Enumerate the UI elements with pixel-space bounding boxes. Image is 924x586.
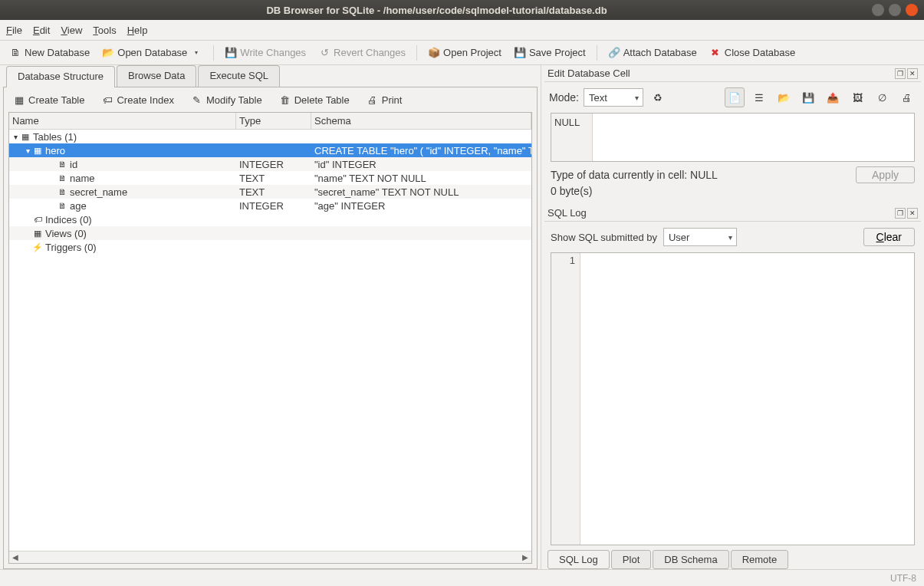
- close-icon: ✖: [709, 47, 722, 59]
- node-schema: "age" INTEGER: [311, 200, 531, 212]
- create-table-button[interactable]: ▦ Create Table: [8, 91, 89, 108]
- close-database-button[interactable]: ✖ Close Database: [705, 44, 801, 61]
- menu-view[interactable]: View: [61, 25, 82, 36]
- export-icon[interactable]: 📤: [823, 87, 843, 107]
- cell-size-status: 0 byte(s): [551, 185, 915, 197]
- clear-log-button[interactable]: Clear: [863, 228, 915, 246]
- column-icon: 🗎: [56, 187, 68, 196]
- column-name-header[interactable]: Name: [9, 113, 236, 129]
- close-window-icon[interactable]: [906, 4, 918, 16]
- node-label: Indices (0): [45, 214, 92, 226]
- delete-icon: 🗑: [279, 94, 291, 106]
- mode-combo[interactable]: Text: [584, 88, 643, 107]
- node-schema: "secret_name" TEXT NOT NULL: [311, 186, 531, 198]
- sql-log-body[interactable]: 1: [551, 252, 915, 545]
- image-icon[interactable]: 🖼: [847, 87, 867, 107]
- tree-header: Name Type Schema: [9, 113, 531, 130]
- null-icon[interactable]: ∅: [872, 87, 892, 107]
- cell-text-area[interactable]: [593, 114, 914, 161]
- new-database-icon: 🗎: [9, 47, 21, 59]
- trigger-icon: ⚡: [31, 242, 44, 252]
- node-label: Triggers (0): [45, 242, 97, 253]
- expand-icon[interactable]: ▾: [24, 146, 31, 155]
- apply-button[interactable]: Apply: [856, 166, 915, 183]
- print-button[interactable]: 🖨 Print: [362, 91, 407, 108]
- node-label: Views (0): [45, 228, 87, 239]
- log-content[interactable]: [580, 253, 914, 545]
- open-database-icon: 📂: [102, 47, 114, 59]
- column-type-header[interactable]: Type: [236, 113, 311, 129]
- index-icon: 🏷: [101, 94, 113, 106]
- cell-editor[interactable]: NULL: [551, 113, 915, 162]
- list-format-icon[interactable]: ☰: [749, 87, 769, 107]
- menu-edit[interactable]: Edit: [33, 25, 50, 36]
- edit-cell-toolbar: Mode: Text ♻ 📄 ☰ 📂 💾 📤 🖼 ∅ 🖨: [544, 82, 921, 113]
- window-title: DB Browser for SQLite - /home/user/code/…: [6, 5, 867, 16]
- tree-column-name[interactable]: 🗎nameTEXT"name" TEXT NOT NULL: [9, 171, 531, 185]
- modify-table-button[interactable]: ✎ Modify Table: [186, 91, 267, 108]
- tab-execute-sql[interactable]: Execute SQL: [198, 65, 280, 87]
- horizontal-scrollbar[interactable]: ◀ ▶: [9, 551, 531, 563]
- window-titlebar: DB Browser for SQLite - /home/user/code/…: [0, 0, 924, 20]
- tab-plot[interactable]: Plot: [611, 550, 651, 569]
- modify-icon: ✎: [191, 94, 203, 106]
- save-file-icon[interactable]: 💾: [798, 87, 818, 107]
- tab-db-schema[interactable]: DB Schema: [653, 550, 728, 569]
- tab-remote[interactable]: Remote: [731, 550, 789, 569]
- delete-table-button[interactable]: 🗑 Delete Table: [275, 91, 354, 108]
- new-database-button[interactable]: 🗎 New Database: [5, 44, 94, 61]
- menu-file[interactable]: File: [6, 25, 22, 36]
- tree-column-secret_name[interactable]: 🗎secret_nameTEXT"secret_name" TEXT NOT N…: [9, 185, 531, 199]
- structure-toolbar: ▦ Create Table 🏷 Create Index ✎ Modify T…: [4, 87, 537, 112]
- log-gutter: 1: [551, 253, 580, 545]
- table-icon: ▦: [31, 146, 44, 156]
- text-format-icon[interactable]: 📄: [725, 87, 745, 107]
- node-label: secret_name: [70, 186, 127, 198]
- close-panel-icon[interactable]: ✕: [907, 208, 918, 219]
- refresh-cell-icon[interactable]: ♻: [648, 87, 668, 107]
- menubar: File Edit View Tools Help: [0, 20, 924, 41]
- statusbar: UTF-8: [0, 569, 924, 586]
- menu-help[interactable]: Help: [127, 25, 148, 36]
- print-cell-icon[interactable]: 🖨: [896, 87, 916, 107]
- tab-browse-data[interactable]: Browse Data: [117, 65, 196, 87]
- tree-column-id[interactable]: 🗎idINTEGER"id" INTEGER: [9, 157, 531, 171]
- undock-icon[interactable]: ❐: [895, 68, 906, 79]
- column-icon: 🗎: [56, 160, 68, 169]
- tab-sql-log[interactable]: SQL Log: [547, 550, 610, 569]
- open-file-icon[interactable]: 📂: [774, 87, 794, 107]
- main-toolbar: 🗎 New Database 📂 Open Database ▾ 💾 Write…: [0, 41, 924, 65]
- menu-tools[interactable]: Tools: [93, 25, 116, 36]
- show-sql-combo[interactable]: User: [663, 228, 737, 246]
- undock-icon[interactable]: ❐: [895, 208, 906, 219]
- tab-database-structure[interactable]: Database Structure: [6, 66, 115, 87]
- expand-icon[interactable]: ▾: [12, 133, 19, 141]
- main-tabs: Database Structure Browse Data Execute S…: [3, 65, 538, 87]
- tree-views-node[interactable]: ▦Views (0): [9, 226, 531, 240]
- tree-column-age[interactable]: 🗎ageINTEGER"age" INTEGER: [9, 199, 531, 212]
- node-label: name: [70, 173, 95, 184]
- open-database-button[interactable]: 📂 Open Database ▾: [97, 44, 207, 61]
- create-index-button[interactable]: 🏷 Create Index: [97, 91, 178, 108]
- tree-triggers-node[interactable]: ⚡Triggers (0): [9, 240, 531, 254]
- scroll-right-icon[interactable]: ▶: [519, 553, 531, 561]
- tree-tables-node[interactable]: ▾▦Tables (1): [9, 130, 531, 143]
- attach-icon: 🔗: [608, 47, 620, 59]
- save-project-button[interactable]: 💾 Save Project: [509, 44, 590, 61]
- save-project-icon: 💾: [514, 47, 526, 59]
- revert-changes-button: ↺ Revert Changes: [314, 44, 410, 61]
- attach-database-button[interactable]: 🔗 Attach Database: [603, 44, 702, 61]
- toolbar-separator: [213, 45, 214, 61]
- tree-indices-node[interactable]: 🏷Indices (0): [9, 212, 531, 226]
- column-schema-header[interactable]: Schema: [311, 113, 531, 129]
- index-icon: 🏷: [31, 215, 44, 224]
- tree-table-hero[interactable]: ▾▦heroCREATE TABLE "hero" ( "id" INTEGER…: [9, 143, 531, 157]
- maximize-icon[interactable]: [889, 4, 901, 16]
- open-project-button[interactable]: 📦 Open Project: [423, 44, 506, 61]
- print-icon: 🖨: [367, 94, 379, 106]
- scroll-left-icon[interactable]: ◀: [9, 553, 21, 561]
- table-icon: ▦: [13, 94, 25, 106]
- dropdown-icon: ▾: [190, 47, 202, 59]
- close-panel-icon[interactable]: ✕: [907, 68, 918, 79]
- minimize-icon[interactable]: [872, 4, 884, 16]
